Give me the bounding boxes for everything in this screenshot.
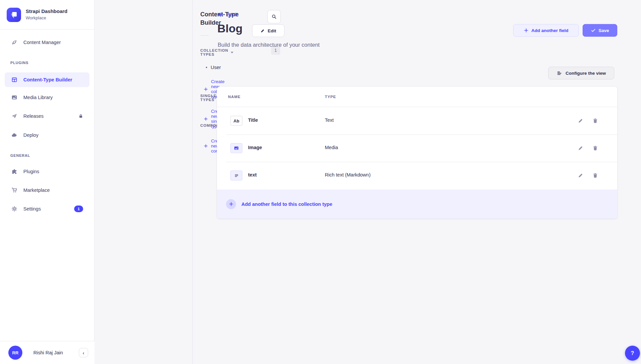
plus-icon <box>524 28 528 33</box>
save-label: Save <box>599 28 609 33</box>
subnav-item-user[interactable]: • User <box>206 65 221 70</box>
sidebar-item-releases[interactable]: Releases <box>5 109 89 123</box>
sidebar-section-general: GENERAL <box>10 153 30 157</box>
avatar[interactable]: RR <box>8 346 22 360</box>
sidebar-item-content-type-builder[interactable]: Content-Type Builder <box>5 72 89 87</box>
sidebar-item-settings[interactable]: Settings 1 <box>5 202 89 216</box>
collapse-sidebar-button[interactable]: ‹ <box>79 348 88 357</box>
strapi-logo-icon <box>7 8 21 22</box>
page-title: Blog <box>217 22 243 35</box>
plus-icon <box>204 144 208 148</box>
sidebar-item-label: Content Manager <box>23 40 61 45</box>
richtext-field-icon <box>230 170 242 180</box>
group-label: COLLECTION TYPES <box>200 48 228 56</box>
plus-circle-icon <box>226 199 236 209</box>
chevron-down-icon <box>231 52 233 53</box>
field-name: Image <box>248 145 262 150</box>
media-library-icon <box>11 94 18 100</box>
bullet-icon: • <box>206 65 207 70</box>
add-another-field-button[interactable]: Add another field <box>513 24 579 37</box>
collection-types-header[interactable]: COLLECTION TYPES <box>200 48 233 56</box>
sidebar-item-deploy[interactable]: Deploy <box>5 128 89 142</box>
field-name: text <box>248 172 257 177</box>
plus-icon <box>204 117 208 121</box>
add-field-to-collection-row[interactable]: Add another field to this collection typ… <box>217 190 617 219</box>
save-button[interactable]: Save <box>583 24 617 37</box>
sidebar-item-label: Plugins <box>23 169 39 174</box>
sidebar-item-label: Deploy <box>23 132 38 138</box>
page-subtitle: Build the data architecture of your cont… <box>218 42 319 48</box>
fields-table: NAME TYPE Ab Title Text Image Me <box>217 87 617 219</box>
field-type: Media <box>325 145 338 150</box>
delete-field-button[interactable] <box>593 118 598 123</box>
field-name: Title <box>248 117 258 123</box>
table-row[interactable]: Image Media <box>217 134 617 162</box>
sidebar-item-label: Releases <box>23 113 43 119</box>
configure-label: Configure the view <box>566 71 606 76</box>
arrow-left-icon <box>218 12 224 18</box>
table-row[interactable]: text Rich text (Markdown) <box>217 162 617 189</box>
add-field-row-label: Add another field to this collection typ… <box>241 202 332 207</box>
table-row[interactable]: Ab Title Text <box>217 107 617 134</box>
workspace-subtitle: Workplace <box>26 15 46 20</box>
sidebar-item-label: Content-Type Builder <box>23 77 72 82</box>
sidebar-section-plugins: PLUGINS <box>10 61 29 65</box>
sidebar-item-label: Media Library <box>23 95 53 100</box>
workspace-header[interactable]: Strapi Dashboard Workplace <box>0 0 94 30</box>
column-header-name: NAME <box>228 95 240 99</box>
cart-icon <box>11 187 18 193</box>
layout-bars-icon <box>557 70 562 76</box>
sidebar-item-plugins[interactable]: Plugins <box>5 164 89 179</box>
help-button[interactable]: ? <box>625 346 640 361</box>
edit-field-button[interactable] <box>578 173 583 178</box>
sidebar-item-media-library[interactable]: Media Library <box>5 90 89 105</box>
cloud-icon <box>11 132 18 138</box>
back-label: Back <box>227 12 237 17</box>
add-field-label: Add another field <box>531 28 569 33</box>
feather-icon <box>11 39 18 45</box>
puzzle-icon <box>11 168 18 174</box>
user-name: Rishi Raj Jain <box>33 350 63 355</box>
sidebar-item-content-manager[interactable]: Content Manager <box>5 35 89 50</box>
paper-plane-icon <box>11 113 18 119</box>
plus-icon <box>204 87 208 91</box>
pencil-icon <box>260 29 265 33</box>
search-icon <box>271 14 277 19</box>
group-label: SINGLE TYPES <box>200 94 216 102</box>
delete-field-button[interactable] <box>593 173 598 178</box>
field-type: Text <box>325 117 334 123</box>
type-label: User <box>211 65 221 70</box>
divider <box>201 35 209 36</box>
field-type: Rich text (Markdown) <box>325 172 371 177</box>
sidebar-item-label: Marketplace <box>23 188 50 193</box>
workspace-title: Strapi Dashboard <box>26 8 67 14</box>
delete-field-button[interactable] <box>593 145 598 151</box>
column-header-type: TYPE <box>325 95 336 99</box>
media-field-icon <box>230 143 242 153</box>
edit-label: Edit <box>268 28 276 33</box>
text-field-icon: Ab <box>230 116 242 126</box>
settings-badge: 1 <box>74 206 83 212</box>
main-sidebar: Strapi Dashboard Workplace Content Manag… <box>0 0 94 364</box>
sidebar-footer: RR Rishi Raj Jain ‹ <box>0 341 94 364</box>
app: Strapi Dashboard Workplace Content Manag… <box>0 0 641 364</box>
check-icon <box>591 28 596 33</box>
back-link[interactable]: Back <box>218 12 237 18</box>
lock-icon <box>78 114 83 118</box>
edit-field-button[interactable] <box>578 118 583 123</box>
table-header: NAME TYPE <box>217 87 617 107</box>
search-button[interactable] <box>267 10 281 23</box>
edit-field-button[interactable] <box>578 145 583 151</box>
gear-icon <box>11 206 18 212</box>
sidebar-item-label: Settings <box>23 206 41 212</box>
sidebar-item-marketplace[interactable]: Marketplace <box>5 183 89 198</box>
configure-view-button[interactable]: Configure the view <box>548 67 614 79</box>
edit-button[interactable]: Edit <box>252 24 284 37</box>
layout-grid-icon <box>11 77 18 83</box>
content-type-builder-subnav: Content-Type Builder COLLECTION TYPES 1 … <box>94 0 193 364</box>
